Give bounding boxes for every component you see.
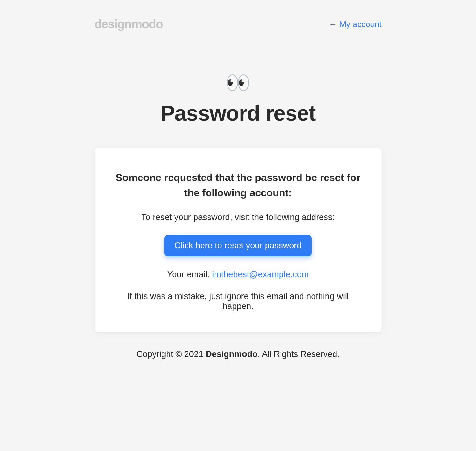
hero-section: 👀 Password reset bbox=[95, 72, 382, 125]
content-card: Someone requested that the password be r… bbox=[95, 148, 382, 332]
email-line: Your email: imthebest@example.com bbox=[114, 270, 363, 279]
my-account-link[interactable]: ← My account bbox=[329, 19, 381, 29]
copyright-suffix: . All Rights Reserved. bbox=[258, 349, 340, 359]
email-link[interactable]: imthebest@example.com bbox=[212, 270, 309, 279]
page-title: Password reset bbox=[95, 101, 382, 125]
eyes-icon: 👀 bbox=[95, 72, 382, 93]
header: designmodo ← My account bbox=[95, 17, 382, 31]
footer: Copyright © 2021 Designmodo. All Rights … bbox=[95, 349, 382, 378]
card-heading: Someone requested that the password be r… bbox=[114, 170, 363, 200]
reset-password-button[interactable]: Click here to reset your password bbox=[164, 235, 312, 256]
email-label: Your email: bbox=[167, 270, 212, 279]
footer-brand: Designmodo bbox=[206, 349, 258, 359]
logo: designmodo bbox=[95, 17, 163, 31]
instruction-text: To reset your password, visit the follow… bbox=[114, 212, 363, 222]
disclaimer-text: If this was a mistake, just ignore this … bbox=[114, 292, 363, 311]
copyright-prefix: Copyright © 2021 bbox=[136, 349, 206, 359]
